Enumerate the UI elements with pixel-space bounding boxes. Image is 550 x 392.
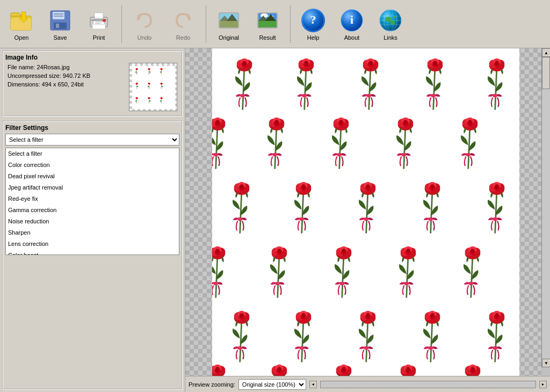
- canvas-viewport: ▲ ▼ ◄ ►: [185, 48, 550, 376]
- svg-point-71: [160, 83, 162, 85]
- filter-item-color-boost[interactable]: Color boost: [6, 250, 179, 255]
- image-info-title: Image Info: [5, 54, 179, 61]
- svg-rect-32: [258, 21, 277, 27]
- about-label: About: [344, 34, 360, 41]
- zoom-hscroll-left-button[interactable]: ◄: [309, 381, 317, 388]
- filter-settings-title: Filter Settings: [5, 124, 179, 132]
- help-icon: ?: [300, 8, 326, 33]
- image-info-section: Image Info File name: 24Rosas.jpg Uncomp…: [2, 50, 183, 117]
- redo-icon: [170, 8, 196, 33]
- save-icon: [47, 8, 73, 33]
- help-label: Help: [307, 34, 320, 41]
- svg-point-68: [148, 83, 150, 85]
- original-icon: [216, 8, 242, 33]
- result-button[interactable]: Result: [249, 5, 286, 43]
- dimensions-line: Dimensions: 494 x 650, 24bit: [8, 80, 127, 89]
- original-button[interactable]: Original: [211, 5, 247, 43]
- links-button[interactable]: Links: [372, 5, 409, 43]
- vertical-scrollbar: ▲ ▼: [541, 48, 550, 367]
- redo-label: Redo: [176, 34, 190, 41]
- svg-point-16: [103, 19, 106, 22]
- filter-item-color-correction[interactable]: Color correction: [6, 159, 179, 171]
- filter-item-noise[interactable]: Noise reduction: [6, 216, 179, 227]
- print-icon: [86, 8, 112, 33]
- svg-rect-17: [95, 21, 103, 23]
- open-label: Open: [15, 34, 29, 41]
- info-thumb-row: File name: 24Rosas.jpg Uncompressed size…: [5, 63, 179, 113]
- filter-item-lens[interactable]: Lens correction: [6, 238, 179, 250]
- zoom-label: Preview zooming:: [189, 381, 235, 388]
- print-label: Print: [93, 34, 105, 41]
- about-icon: i: [339, 8, 365, 33]
- zoom-select[interactable]: Original size (100%) 50% 75% 150% 200%: [238, 379, 306, 390]
- svg-rect-7: [54, 13, 63, 14]
- redo-button[interactable]: Redo: [165, 5, 201, 43]
- svg-rect-10: [56, 24, 59, 28]
- svg-rect-55: [132, 66, 175, 109]
- print-button[interactable]: Print: [81, 5, 117, 43]
- filter-dropdown[interactable]: Select a filter: [5, 134, 179, 146]
- svg-text:i: i: [350, 13, 353, 26]
- zoom-hscroll-right-button[interactable]: ►: [539, 381, 547, 388]
- svg-point-59: [148, 68, 150, 70]
- filter-list: Select a filter Color correction Dead pi…: [5, 148, 179, 255]
- scroll-track[interactable]: [542, 57, 550, 359]
- svg-rect-8: [54, 16, 63, 17]
- svg-rect-13: [93, 20, 104, 25]
- bottom-bar: Preview zooming: Original size (100%) 50…: [185, 376, 550, 392]
- svg-point-62: [160, 68, 162, 70]
- image-display: [185, 48, 541, 376]
- toolbar: Open Save: [0, 0, 550, 48]
- separator-2: [206, 5, 206, 43]
- save-button[interactable]: Save: [42, 5, 78, 43]
- svg-point-48: [390, 20, 395, 25]
- canvas-area: ▲ ▼ ◄ ► Preview zooming: Original size (…: [185, 48, 550, 392]
- svg-rect-18: [95, 23, 100, 24]
- filter-item-gamma[interactable]: Gamma correction: [6, 205, 179, 216]
- size-line: Uncompressed size: 940.72 KB: [8, 71, 127, 80]
- image-info-text: File name: 24Rosas.jpg Uncompressed size…: [8, 63, 127, 89]
- svg-rect-25: [220, 21, 238, 27]
- scroll-thumb[interactable]: [542, 57, 550, 89]
- svg-point-74: [135, 97, 138, 99]
- svg-point-56: [135, 68, 138, 70]
- about-button[interactable]: i About: [334, 5, 370, 43]
- filename-line: File name: 24Rosas.jpg: [8, 63, 127, 71]
- svg-rect-14: [95, 13, 103, 18]
- links-label: Links: [383, 34, 397, 41]
- original-label: Original: [219, 34, 239, 41]
- scroll-up-button[interactable]: ▲: [542, 48, 550, 57]
- separator-3: [290, 5, 291, 43]
- undo-icon: [132, 8, 157, 33]
- filter-item-dead-pixel[interactable]: Dead pixel revival: [6, 171, 179, 182]
- open-icon: [9, 8, 34, 33]
- save-label: Save: [53, 34, 67, 41]
- bottom-hscroll-track[interactable]: [320, 381, 536, 388]
- undo-button[interactable]: Undo: [126, 5, 163, 43]
- svg-rect-83: [212, 48, 519, 376]
- svg-point-77: [148, 97, 150, 99]
- filter-item-jpeg-artifact[interactable]: Jpeg artifact removal: [6, 182, 179, 193]
- result-icon: [255, 8, 280, 33]
- result-label: Result: [259, 34, 276, 41]
- filter-item-select[interactable]: Select a filter: [6, 148, 179, 159]
- thumbnail: [129, 63, 177, 111]
- svg-point-65: [135, 83, 138, 85]
- links-icon: [378, 8, 403, 33]
- help-button[interactable]: ? Help: [295, 5, 331, 43]
- image-content: [212, 48, 519, 376]
- main-content: Image Info File name: 24Rosas.jpg Uncomp…: [0, 48, 550, 392]
- canvas-scroll-area: ▲ ▼: [185, 48, 550, 376]
- svg-point-49: [393, 16, 396, 18]
- separator-1: [121, 5, 122, 43]
- left-panel: Image Info File name: 24Rosas.jpg Uncomp…: [0, 48, 185, 392]
- svg-rect-9: [54, 23, 67, 29]
- open-button[interactable]: Open: [3, 5, 40, 43]
- undo-label: Undo: [138, 34, 151, 41]
- svg-point-80: [160, 97, 162, 99]
- svg-text:?: ?: [310, 13, 316, 26]
- scroll-down-button[interactable]: ▼: [542, 359, 550, 367]
- filter-item-sharpen[interactable]: Sharpen: [6, 227, 179, 238]
- filter-item-red-eye[interactable]: Red-eye fix: [6, 193, 179, 205]
- filter-settings-section: Filter Settings Select a filter Select a…: [2, 121, 183, 390]
